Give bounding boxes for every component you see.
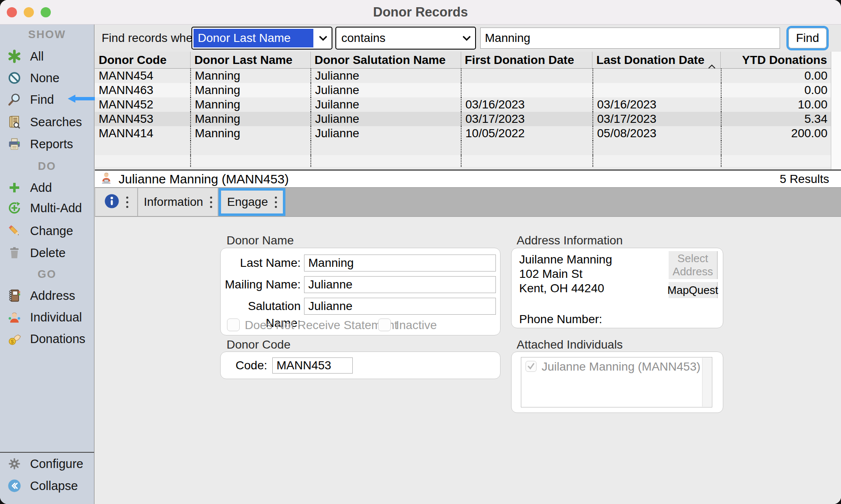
mapquest-button[interactable]: MapQuest [669, 282, 718, 298]
kebab-menu-icon[interactable] [275, 197, 277, 208]
table-empty-row [95, 155, 841, 167]
last-name-label: Last Name: [221, 255, 301, 271]
attached-individuals-listbox[interactable]: Juilanne Manning (MANN453) [521, 357, 712, 407]
gear-icon [7, 456, 22, 471]
attached-individual-item: Juilanne Manning (MANN453) [542, 360, 700, 374]
find-records-where-label: Find records where [102, 25, 203, 52]
record-person-icon [100, 172, 113, 187]
magnifier-icon [7, 92, 22, 107]
listbox-scrollbar[interactable] [702, 358, 711, 407]
detail-form: Donor Name Last Name: Mailing Name: Salu… [95, 217, 841, 504]
record-header: Julianne Manning (MANN453) 5 Results [95, 171, 841, 187]
sidebar-item-label: Collapse [30, 479, 78, 493]
find-field-select[interactable]: Donor Last Name [191, 27, 332, 50]
find-operator-selected-value: contains [336, 28, 458, 49]
sidebar-item-reports[interactable]: Reports [0, 135, 94, 153]
column-header-donor-salutation-name[interactable]: Donor Salutation Name [310, 52, 461, 68]
find-field-selected-value: Donor Last Name [194, 29, 313, 47]
donor-code-section-label: Donor Code [227, 338, 290, 352]
select-address-button[interactable]: Select Address [669, 251, 718, 279]
table-row[interactable]: MANN414ManningJulianne10/05/202205/08/20… [95, 126, 841, 141]
tab-information[interactable]: Information [138, 188, 218, 216]
sidebar-item-label: Configure [30, 457, 83, 471]
sidebar-item-find[interactable]: Find [0, 90, 94, 109]
sidebar-item-label: Change [30, 224, 73, 238]
minimize-window-button[interactable] [24, 7, 34, 17]
info-icon [104, 194, 119, 210]
none-icon [7, 70, 22, 86]
table-row[interactable]: MANN463ManningJulianne0.00 [95, 83, 841, 97]
table-vertical-scrollbar[interactable] [831, 52, 841, 171]
sidebar-item-searches[interactable]: Searches [0, 113, 94, 131]
checked-checkbox-icon[interactable] [526, 361, 537, 372]
table-row-selected[interactable]: MANN453ManningJulianne03/17/202303/17/20… [95, 112, 841, 126]
address-information-section-label: Address Information [517, 234, 623, 247]
result-count: 5 Results [780, 172, 841, 186]
tab-bar: Information Engage [95, 187, 841, 217]
pencil-icon [7, 223, 22, 238]
sidebar-section-do: DO [0, 160, 94, 173]
table-row[interactable]: MANN454ManningJulianne0.00 [95, 69, 841, 83]
kebab-menu-icon[interactable] [126, 197, 128, 208]
svg-text:$: $ [11, 338, 14, 345]
table-header: Donor Code Donor Last Name Donor Salutat… [95, 52, 841, 69]
column-header-last-donation-date[interactable]: Last Donation Date [592, 52, 720, 68]
table-empty-row [95, 141, 841, 155]
sidebar-item-none[interactable]: None [0, 69, 94, 87]
address-line: 102 Main St [519, 267, 612, 281]
chevron-down-icon [315, 28, 332, 49]
sidebar-item-donations[interactable]: $ Donations [0, 330, 94, 348]
sidebar-item-collapse[interactable]: Collapse [0, 476, 94, 495]
inactive-checkbox[interactable] [378, 318, 391, 331]
attached-individuals-section-label: Attached Individuals [517, 338, 623, 352]
sidebar-item-label: Reports [30, 137, 73, 151]
sidebar-item-configure[interactable]: Configure [0, 454, 94, 473]
column-header-first-donation-date[interactable]: First Donation Date [461, 52, 592, 68]
sidebar-item-address[interactable]: Address [0, 286, 94, 305]
sidebar-item-label: Donations [30, 332, 86, 346]
zoom-window-button[interactable] [41, 7, 51, 17]
sidebar-item-delete[interactable]: Delete [0, 244, 94, 262]
donor-name-panel: Last Name: Mailing Name: Salutation Name… [220, 248, 501, 335]
donor-name-section-label: Donor Name [227, 234, 294, 247]
address-line: Juilanne Manning [519, 252, 612, 267]
sidebar-item-label: Delete [30, 246, 66, 260]
donor-code-panel: Code: [220, 352, 501, 379]
record-info-button[interactable] [95, 188, 137, 216]
column-header-ytd-donations[interactable]: YTD Donations [720, 52, 831, 68]
close-window-button[interactable] [7, 7, 17, 17]
sidebar-divider [0, 452, 94, 453]
sidebar-section-go: GO [0, 268, 94, 281]
sidebar-item-label: All [30, 50, 44, 64]
sidebar-item-all[interactable]: All [0, 47, 94, 66]
mailing-name-field[interactable] [304, 276, 496, 293]
sidebar-item-add[interactable]: Add [0, 178, 94, 197]
does-not-receive-statement-label: Does Not Receive Statement [245, 318, 398, 332]
tab-engage-active[interactable]: Engage [219, 188, 285, 216]
asterisk-icon [7, 49, 22, 64]
printer-icon [7, 136, 22, 152]
find-operator-select[interactable]: contains [335, 27, 476, 50]
salutation-name-field[interactable] [304, 298, 496, 315]
mailing-name-label: Mailing Name: [221, 276, 301, 293]
sidebar-item-multi-add[interactable]: Multi-Add [0, 199, 94, 217]
sidebar-item-label: Multi-Add [30, 201, 82, 215]
app-window: Donor Records SHOW All None Find [0, 0, 841, 504]
kebab-menu-icon[interactable] [210, 197, 212, 208]
last-name-field[interactable] [304, 255, 496, 271]
sidebar-item-individual[interactable]: Individual [0, 308, 94, 327]
find-value-input[interactable] [480, 28, 780, 49]
does-not-receive-statement-checkbox[interactable] [227, 318, 240, 331]
table-row[interactable]: MANN452ManningJuilanne03/16/202303/16/20… [95, 97, 841, 112]
column-header-donor-code[interactable]: Donor Code [95, 52, 190, 68]
chevron-down-icon [458, 28, 475, 49]
saved-searches-icon [7, 114, 22, 130]
sidebar-section-show: SHOW [0, 28, 94, 41]
code-field[interactable] [272, 357, 353, 374]
find-bar: Find records where Donor Last Name conta… [95, 25, 841, 52]
plus-icon [7, 180, 22, 195]
address-information-panel: Juilanne Manning 102 Main St Kent, OH 44… [511, 248, 723, 328]
sidebar-item-change[interactable]: Change [0, 222, 94, 240]
column-header-donor-last-name[interactable]: Donor Last Name [190, 52, 310, 68]
find-button[interactable]: Find [788, 28, 827, 48]
